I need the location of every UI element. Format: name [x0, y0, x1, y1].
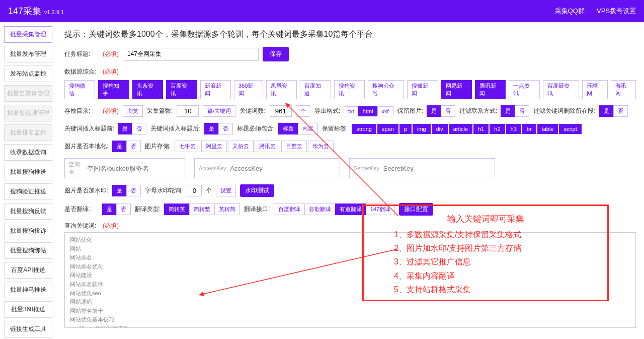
task-label: 任务标题: — [64, 50, 99, 58]
tag[interactable]: 百度翻译 — [274, 204, 305, 215]
sidebar-item[interactable]: 批量排名监控 — [4, 124, 52, 141]
sidebar-item[interactable]: 批量自媒体管理 — [4, 85, 52, 102]
nav-vps[interactable]: VPS拨号设置 — [597, 7, 636, 16]
tag[interactable]: 标题 — [278, 123, 298, 134]
tag[interactable]: script — [559, 124, 581, 134]
tag[interactable]: p — [399, 124, 412, 134]
sidebar-item[interactable]: 批量发布管理 — [4, 46, 52, 62]
task-title-input[interactable] — [123, 48, 259, 61]
tag[interactable]: strong — [352, 124, 376, 134]
sidebar-item[interactable]: 批量360推送 — [4, 301, 52, 318]
tag[interactable]: 头条资讯 — [132, 80, 163, 99]
sidebar-item[interactable]: 搜狗验证推送 — [4, 183, 52, 200]
tag[interactable]: div — [432, 124, 448, 134]
kwcount-input[interactable] — [270, 105, 292, 117]
sidebar-item[interactable]: 发布站点监控 — [4, 65, 52, 82]
tag[interactable]: txt — [344, 106, 359, 116]
save-button[interactable]: 保存 — [263, 47, 289, 61]
bucket-field[interactable]: 空间名 — [64, 158, 185, 178]
tag[interactable]: table — [537, 124, 558, 134]
tag[interactable]: 华为云 — [308, 141, 334, 152]
tag[interactable]: 百度资讯 — [166, 80, 197, 99]
tag[interactable]: 百度最资讯 — [543, 80, 579, 99]
api-config-button[interactable]: 接口配置 — [399, 203, 433, 216]
source-tags: 搜狗微信搜狗知乎头条资讯百度资讯新浪新闻360新闻凤凰资讯百度知道搜狗资讯搜狗公… — [64, 80, 636, 99]
tag[interactable]: 搜狗知乎 — [98, 80, 129, 99]
count-input[interactable] — [177, 105, 199, 117]
tag[interactable]: 有道翻译 — [335, 204, 366, 215]
tag[interactable]: html — [358, 106, 378, 116]
tag[interactable]: span — [377, 124, 398, 134]
tag[interactable]: 搜狗微信 — [64, 80, 95, 99]
tag[interactable]: 简转英 — [164, 204, 190, 215]
sidebar-item[interactable]: 批量搜狗推送 — [4, 164, 52, 180]
sidebar-item[interactable]: 百度API推送 — [4, 262, 52, 279]
sidebar-item[interactable]: 批量采集管理 — [4, 26, 52, 43]
tag[interactable]: 凤凰资讯 — [266, 80, 297, 99]
keywords-textarea[interactable]: 网站优化 网站 网站排名 网站排名优化 网站建设 网站排名软件 网站优化seo … — [64, 232, 636, 328]
sidebar-item[interactable]: 批量神马推送 — [4, 282, 52, 298]
tag[interactable]: 搜狗公众号 — [368, 80, 404, 99]
tag[interactable]: 阿里云 — [201, 141, 227, 152]
sidebar-item[interactable]: 链接生成工具 — [4, 321, 52, 337]
tag[interactable]: 百度云 — [281, 141, 307, 152]
tag[interactable]: 百度知道 — [300, 80, 331, 99]
tag[interactable]: 搜狗资讯 — [334, 80, 365, 99]
tag[interactable]: h2 — [490, 124, 505, 134]
tag[interactable]: h3 — [506, 124, 521, 134]
tag[interactable]: article — [449, 124, 472, 134]
tag[interactable]: 谷歌翻译 — [304, 204, 336, 215]
tag[interactable]: 简转繁 — [189, 204, 215, 215]
tag[interactable]: 360新闻 — [234, 80, 263, 99]
sidebar-item[interactable]: 批量搜狗绑站 — [4, 242, 52, 259]
tag[interactable]: 七牛云 — [175, 141, 200, 152]
tag[interactable]: h1 — [473, 124, 489, 134]
tag[interactable]: 内容 — [298, 123, 318, 134]
tag[interactable]: 环球网 — [582, 80, 608, 99]
secretkey-field[interactable]: SecretKey — [349, 158, 495, 178]
tag[interactable]: xxf — [377, 106, 393, 116]
tag[interactable]: 新浪新闻 — [200, 80, 231, 99]
watermark-test-button[interactable]: 水印测试 — [240, 184, 274, 197]
sidebar-item[interactable]: 批量搜狗投诉 — [4, 223, 52, 239]
tag[interactable]: 网易新闻 — [441, 80, 472, 99]
browse-button[interactable]: 浏览 — [123, 105, 143, 117]
tag[interactable]: 英转简 — [214, 204, 240, 215]
tag[interactable]: img — [413, 124, 431, 134]
tag[interactable]: 147翻译 — [366, 204, 395, 215]
sidebar-item[interactable]: 批量短视频管理 — [4, 105, 52, 121]
tag[interactable]: 一点资讯 — [509, 80, 539, 99]
tag[interactable]: 又拍云 — [228, 141, 254, 152]
brand: 147采集v1.2.9.1 — [8, 5, 64, 17]
page-hint: 提示：关键词数最多1000个，采集数据源多个轮训，每个关键词最多采集10篇每个平… — [64, 29, 636, 40]
sidebar-item[interactable]: 收录数据查询 — [4, 144, 52, 161]
nav-qq[interactable]: 采集QQ群 — [555, 7, 585, 16]
accesskey-field[interactable]: AccessKey — [194, 158, 340, 178]
tag[interactable]: 腾讯新闻 — [475, 80, 506, 99]
tag[interactable]: br — [522, 124, 536, 134]
sidebar-item[interactable]: 批量搜狗反馈 — [4, 203, 52, 220]
tag[interactable]: 腾讯云 — [255, 141, 280, 152]
tag[interactable]: 游讯网 — [611, 80, 636, 99]
tag[interactable]: 搜狐新闻 — [407, 80, 438, 99]
